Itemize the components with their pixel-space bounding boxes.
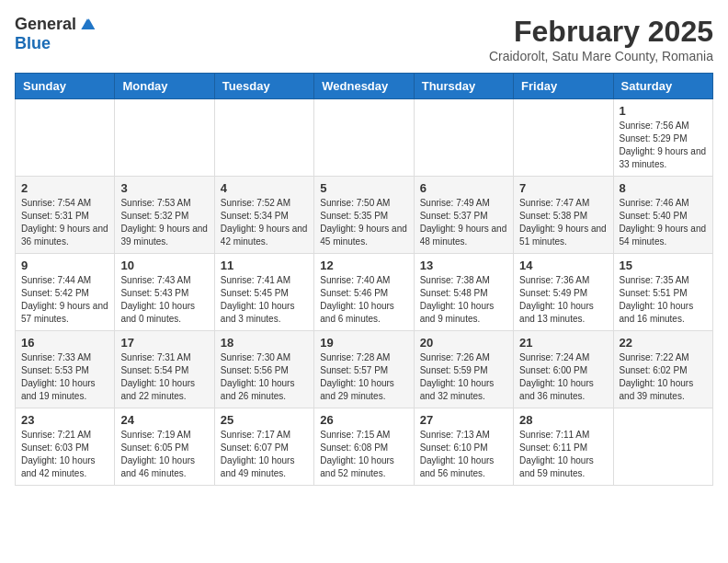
day-number: 17: [120, 336, 208, 350]
day-info: Sunrise: 7:41 AMSunset: 5:45 PMDaylight:…: [221, 274, 308, 326]
day-info: Sunrise: 7:11 AMSunset: 6:11 PMDaylight:…: [519, 429, 607, 480]
day-number: 13: [420, 259, 507, 272]
logo-icon: [78, 16, 97, 34]
weekday-header-monday: Monday: [115, 74, 214, 99]
calendar-week-row: 1Sunrise: 7:56 AMSunset: 5:29 PMDaylight…: [16, 99, 713, 177]
day-info: Sunrise: 7:22 AMSunset: 6:02 PMDaylight:…: [620, 351, 707, 403]
day-number: 9: [21, 259, 108, 272]
day-number: 12: [320, 259, 407, 272]
day-number: 25: [221, 413, 308, 427]
day-info: Sunrise: 7:28 AMSunset: 5:57 PMDaylight:…: [320, 351, 407, 403]
day-info: Sunrise: 7:26 AMSunset: 5:59 PMDaylight:…: [420, 351, 507, 403]
day-info: Sunrise: 7:35 AMSunset: 5:51 PMDaylight:…: [620, 274, 707, 326]
day-info: Sunrise: 7:17 AMSunset: 6:07 PMDaylight:…: [221, 429, 308, 480]
day-info: Sunrise: 7:15 AMSunset: 6:08 PMDaylight:…: [320, 429, 407, 480]
day-info: Sunrise: 7:38 AMSunset: 5:48 PMDaylight:…: [420, 274, 507, 326]
day-info: Sunrise: 7:24 AMSunset: 6:00 PMDaylight:…: [519, 351, 607, 403]
calendar-cell: 5Sunrise: 7:50 AMSunset: 5:35 PMDaylight…: [314, 177, 414, 254]
calendar-cell: [16, 99, 115, 177]
day-number: 28: [519, 413, 607, 427]
weekday-header-saturday: Saturday: [613, 74, 712, 99]
calendar-cell: 16Sunrise: 7:33 AMSunset: 5:53 PMDayligh…: [16, 331, 115, 408]
calendar-cell: 2Sunrise: 7:54 AMSunset: 5:31 PMDaylight…: [16, 177, 115, 254]
calendar-table: SundayMondayTuesdayWednesdayThursdayFrid…: [15, 73, 713, 486]
calendar-cell: 9Sunrise: 7:44 AMSunset: 5:42 PMDaylight…: [16, 254, 115, 331]
calendar-cell: 1Sunrise: 7:56 AMSunset: 5:29 PMDaylight…: [613, 99, 712, 177]
day-number: 7: [519, 181, 607, 195]
calendar-cell: 27Sunrise: 7:13 AMSunset: 6:10 PMDayligh…: [414, 408, 513, 486]
day-info: Sunrise: 7:19 AMSunset: 6:05 PMDaylight:…: [120, 429, 208, 480]
calendar-cell: 4Sunrise: 7:52 AMSunset: 5:34 PMDaylight…: [214, 177, 313, 254]
calendar-cell: 21Sunrise: 7:24 AMSunset: 6:00 PMDayligh…: [514, 331, 613, 408]
calendar-cell: 10Sunrise: 7:43 AMSunset: 5:43 PMDayligh…: [115, 254, 214, 331]
location-subtitle: Craidorolt, Satu Mare County, Romania: [489, 49, 713, 63]
calendar-cell: 26Sunrise: 7:15 AMSunset: 6:08 PMDayligh…: [314, 408, 414, 486]
day-info: Sunrise: 7:47 AMSunset: 5:38 PMDaylight:…: [519, 197, 607, 248]
day-info: Sunrise: 7:31 AMSunset: 5:54 PMDaylight:…: [120, 351, 208, 403]
calendar-cell: [613, 408, 712, 486]
day-info: Sunrise: 7:52 AMSunset: 5:34 PMDaylight:…: [221, 197, 308, 248]
day-number: 3: [120, 181, 208, 195]
calendar-cell: [214, 99, 313, 177]
calendar-header-row: SundayMondayTuesdayWednesdayThursdayFrid…: [16, 74, 713, 99]
day-info: Sunrise: 7:43 AMSunset: 5:43 PMDaylight:…: [120, 274, 208, 326]
calendar-cell: 14Sunrise: 7:36 AMSunset: 5:49 PMDayligh…: [514, 254, 613, 331]
day-number: 23: [21, 413, 108, 427]
calendar-cell: 28Sunrise: 7:11 AMSunset: 6:11 PMDayligh…: [514, 408, 613, 486]
calendar-cell: 19Sunrise: 7:28 AMSunset: 5:57 PMDayligh…: [314, 331, 414, 408]
day-info: Sunrise: 7:30 AMSunset: 5:56 PMDaylight:…: [221, 351, 308, 403]
calendar-week-row: 23Sunrise: 7:21 AMSunset: 6:03 PMDayligh…: [16, 408, 713, 486]
day-number: 6: [420, 181, 507, 195]
weekday-header-wednesday: Wednesday: [314, 74, 414, 99]
logo-general-text: General: [15, 15, 76, 34]
calendar-cell: 22Sunrise: 7:22 AMSunset: 6:02 PMDayligh…: [613, 331, 712, 408]
page-header: General Blue February 2025 Craidorolt, S…: [15, 15, 713, 63]
day-number: 11: [221, 259, 308, 272]
day-number: 22: [620, 336, 707, 350]
day-info: Sunrise: 7:54 AMSunset: 5:31 PMDaylight:…: [21, 197, 108, 248]
calendar-cell: 18Sunrise: 7:30 AMSunset: 5:56 PMDayligh…: [214, 331, 313, 408]
calendar-cell: 6Sunrise: 7:49 AMSunset: 5:37 PMDaylight…: [414, 177, 513, 254]
day-info: Sunrise: 7:36 AMSunset: 5:49 PMDaylight:…: [519, 274, 607, 326]
day-number: 26: [320, 413, 407, 427]
weekday-header-thursday: Thursday: [414, 74, 513, 99]
calendar-cell: [314, 99, 414, 177]
day-info: Sunrise: 7:49 AMSunset: 5:37 PMDaylight:…: [420, 197, 507, 248]
calendar-week-row: 16Sunrise: 7:33 AMSunset: 5:53 PMDayligh…: [16, 331, 713, 408]
calendar-cell: 20Sunrise: 7:26 AMSunset: 5:59 PMDayligh…: [414, 331, 513, 408]
day-info: Sunrise: 7:40 AMSunset: 5:46 PMDaylight:…: [320, 274, 407, 326]
calendar-cell: 15Sunrise: 7:35 AMSunset: 5:51 PMDayligh…: [613, 254, 712, 331]
day-info: Sunrise: 7:13 AMSunset: 6:10 PMDaylight:…: [420, 429, 507, 480]
logo: General Blue: [15, 15, 97, 53]
calendar-week-row: 9Sunrise: 7:44 AMSunset: 5:42 PMDaylight…: [16, 254, 713, 331]
day-number: 4: [221, 181, 308, 195]
calendar-cell: [514, 99, 613, 177]
calendar-cell: [414, 99, 513, 177]
calendar-cell: 8Sunrise: 7:46 AMSunset: 5:40 PMDaylight…: [613, 177, 712, 254]
calendar-cell: 23Sunrise: 7:21 AMSunset: 6:03 PMDayligh…: [16, 408, 115, 486]
weekday-header-sunday: Sunday: [16, 74, 115, 99]
day-number: 27: [420, 413, 507, 427]
weekday-header-friday: Friday: [514, 74, 613, 99]
title-section: February 2025 Craidorolt, Satu Mare Coun…: [489, 15, 713, 63]
calendar-cell: 3Sunrise: 7:53 AMSunset: 5:32 PMDaylight…: [115, 177, 214, 254]
day-number: 16: [21, 336, 108, 350]
day-info: Sunrise: 7:53 AMSunset: 5:32 PMDaylight:…: [120, 197, 208, 248]
day-number: 8: [620, 181, 707, 195]
day-info: Sunrise: 7:44 AMSunset: 5:42 PMDaylight:…: [21, 274, 108, 326]
day-number: 10: [120, 259, 208, 272]
day-number: 20: [420, 336, 507, 350]
day-number: 1: [620, 104, 707, 118]
day-info: Sunrise: 7:21 AMSunset: 6:03 PMDaylight:…: [21, 429, 108, 480]
day-number: 14: [519, 259, 607, 272]
weekday-header-tuesday: Tuesday: [214, 74, 313, 99]
day-info: Sunrise: 7:46 AMSunset: 5:40 PMDaylight:…: [620, 197, 707, 248]
calendar-week-row: 2Sunrise: 7:54 AMSunset: 5:31 PMDaylight…: [16, 177, 713, 254]
calendar-cell: 11Sunrise: 7:41 AMSunset: 5:45 PMDayligh…: [214, 254, 313, 331]
day-number: 15: [620, 259, 707, 272]
month-title: February 2025: [489, 15, 713, 49]
logo-blue-text: Blue: [15, 34, 51, 53]
day-info: Sunrise: 7:33 AMSunset: 5:53 PMDaylight:…: [21, 351, 108, 403]
calendar-cell: 17Sunrise: 7:31 AMSunset: 5:54 PMDayligh…: [115, 331, 214, 408]
day-info: Sunrise: 7:50 AMSunset: 5:35 PMDaylight:…: [320, 197, 407, 248]
